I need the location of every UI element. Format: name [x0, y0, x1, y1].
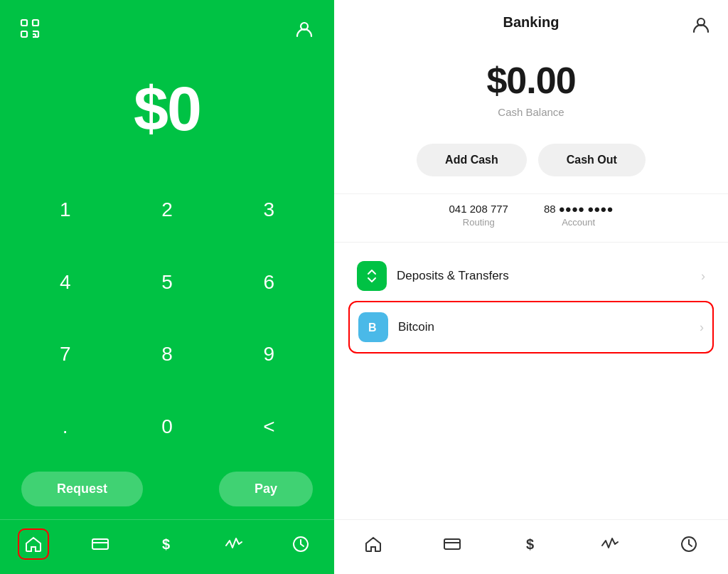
account-info: 88 ●●●● ●●●● Account	[544, 203, 614, 228]
key-6[interactable]: 6	[218, 246, 320, 319]
amount-value: $0	[134, 73, 200, 144]
key-2[interactable]: 2	[116, 174, 218, 246]
routing-label: Routing	[449, 217, 508, 228]
left-panel: $0 1 2 3 4 5 6 7 8 9 . 0 < Request Pay	[0, 0, 334, 574]
bitcoin-label: Bitcoin	[398, 320, 700, 334]
key-0[interactable]: 0	[116, 390, 218, 463]
balance-amount: $0.00	[334, 59, 728, 102]
key-backspace[interactable]: <	[218, 390, 320, 463]
nav-clock-right[interactable]	[673, 528, 705, 560]
nav-card-right[interactable]	[437, 528, 468, 560]
nav-clock-left[interactable]	[285, 528, 316, 560]
bank-info: 041 208 777 Routing 88 ●●●● ●●●● Account	[334, 193, 728, 243]
amount-display: $0	[0, 51, 334, 174]
nav-home-left[interactable]	[18, 528, 49, 560]
svg-text:B: B	[368, 321, 377, 334]
nav-card-left[interactable]	[85, 528, 116, 560]
key-dot[interactable]: .	[14, 390, 116, 463]
bitcoin-icon: B	[358, 312, 388, 342]
bitcoin-chevron: ›	[700, 320, 704, 335]
right-panel: Banking $0.00 Cash Balance Add Cash Cash…	[334, 0, 728, 574]
pay-button[interactable]: Pay	[219, 472, 313, 506]
request-button[interactable]: Request	[21, 472, 143, 506]
cash-out-button[interactable]: Cash Out	[538, 144, 646, 176]
numpad: 1 2 3 4 5 6 7 8 9 . 0 <	[0, 174, 334, 463]
svg-rect-1	[33, 20, 38, 26]
svg-rect-9	[92, 539, 108, 549]
nav-dollar-left[interactable]: $	[151, 528, 183, 560]
bottom-nav-left: $	[0, 519, 334, 574]
account-label: Account	[544, 217, 614, 228]
nav-activity-left[interactable]	[218, 528, 250, 560]
scan-icon[interactable]	[14, 13, 46, 44]
svg-text:$: $	[162, 536, 170, 552]
key-1[interactable]: 1	[14, 174, 116, 246]
routing-info: 041 208 777 Routing	[449, 203, 508, 228]
bitcoin-item[interactable]: B Bitcoin ›	[348, 301, 714, 354]
cash-actions: Add Cash Cash Out	[334, 132, 728, 193]
add-cash-button[interactable]: Add Cash	[417, 144, 527, 176]
menu-items: Deposits & Transfers › B Bitcoin ›	[334, 243, 728, 519]
key-7[interactable]: 7	[14, 319, 116, 391]
key-4[interactable]: 4	[14, 246, 116, 319]
key-5[interactable]: 5	[116, 246, 218, 319]
action-row: Request Pay	[0, 463, 334, 519]
deposits-icon	[357, 261, 387, 291]
deposits-label: Deposits & Transfers	[397, 269, 701, 283]
profile-icon-left[interactable]	[289, 13, 320, 44]
nav-activity-right[interactable]	[594, 528, 626, 560]
nav-home-right[interactable]	[358, 528, 389, 560]
deposits-transfers-item[interactable]: Deposits & Transfers ›	[348, 251, 714, 301]
svg-rect-0	[21, 20, 27, 26]
svg-rect-15	[444, 539, 460, 549]
profile-icon-right[interactable]	[691, 14, 714, 37]
svg-text:$: $	[526, 536, 534, 552]
right-header: Banking	[334, 0, 728, 38]
deposits-chevron: ›	[701, 269, 705, 284]
balance-label: Cash Balance	[334, 106, 728, 118]
banking-title: Banking	[503, 14, 560, 31]
routing-number: 041 208 777	[449, 203, 508, 215]
balance-section: $0.00 Cash Balance	[334, 38, 728, 132]
account-number: 88 ●●●● ●●●●	[544, 203, 614, 215]
key-3[interactable]: 3	[218, 174, 320, 246]
nav-dollar-right[interactable]: $	[515, 528, 547, 560]
left-header	[0, 0, 334, 51]
svg-rect-2	[21, 31, 27, 37]
bottom-nav-right: $	[334, 519, 728, 574]
key-9[interactable]: 9	[218, 319, 320, 391]
key-8[interactable]: 8	[116, 319, 218, 391]
